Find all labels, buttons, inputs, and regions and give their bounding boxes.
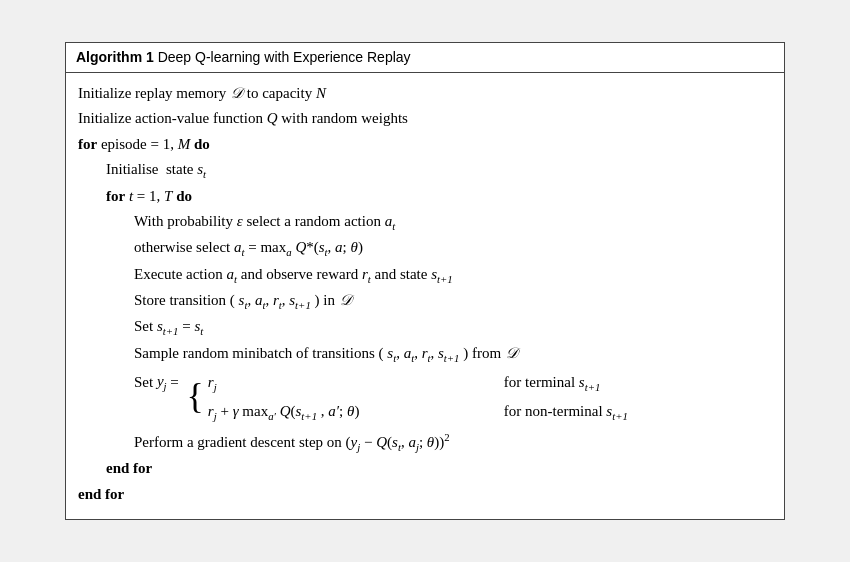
line-for-episode: for episode = 1, M do: [78, 132, 772, 158]
line-otherwise: otherwise select at = maxa Q*(st, a; θ): [78, 235, 772, 261]
left-brace: {: [187, 369, 204, 423]
line-set-y: Set yj = { rj for terminal st+1 rj + γ m…: [78, 369, 772, 426]
algorithm-box: Algorithm 1 Deep Q-learning with Experie…: [65, 42, 785, 521]
line-for-t: for t = 1, T do: [78, 184, 772, 210]
line-end-for-outer: end for: [78, 482, 772, 508]
algorithm-name: Deep Q-learning with Experience Replay: [158, 49, 411, 65]
line-init-memory: Initialize replay memory 𝒟 to capacity N: [78, 81, 772, 107]
case2-cond: for non-terminal st+1: [504, 398, 628, 426]
case1-expr: rj: [208, 369, 488, 397]
line-sample: Sample random minibatch of transitions (…: [78, 341, 772, 367]
algorithm-title: Algorithm 1 Deep Q-learning with Experie…: [76, 49, 411, 65]
algorithm-number: Algorithm 1: [76, 49, 154, 65]
line-init-q: Initialize action-value function Q with …: [78, 106, 772, 132]
line-execute: Execute action at and observe reward rt …: [78, 262, 772, 288]
line-end-for-inner: end for: [78, 456, 772, 482]
line-set-s: Set st+1 = st: [78, 314, 772, 340]
case-row-nonterminal: rj + γ maxa′ Q(st+1 , a′; θ) for non-ter…: [208, 398, 628, 426]
case2-expr: rj + γ maxa′ Q(st+1 , a′; θ): [208, 398, 488, 426]
algorithm-body: Initialize replay memory 𝒟 to capacity N…: [66, 73, 784, 520]
line-store: Store transition ( st, at, rt, st+1 ) in…: [78, 288, 772, 314]
line-init-state: Initialise state st: [78, 157, 772, 183]
set-y-label: Set yj =: [134, 369, 183, 395]
case1-cond: for terminal st+1: [504, 369, 601, 397]
cases-content: rj for terminal st+1 rj + γ maxa′ Q(st+1…: [208, 369, 628, 426]
case-row-terminal: rj for terminal st+1: [208, 369, 628, 397]
line-with-probability: With probability ε select a random actio…: [78, 209, 772, 235]
algorithm-header: Algorithm 1 Deep Q-learning with Experie…: [66, 43, 784, 73]
line-gradient: Perform a gradient descent step on (yj −…: [78, 428, 772, 456]
